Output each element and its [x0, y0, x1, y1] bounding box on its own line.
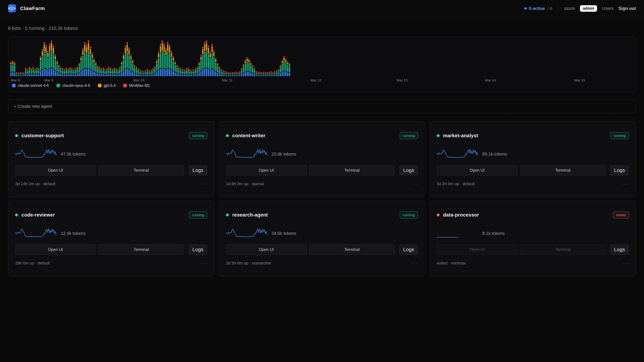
x-tick-label: Mar 15 [574, 78, 585, 82]
logs-button[interactable]: Logs [399, 244, 418, 255]
logs-button[interactable]: Logs [188, 244, 207, 255]
usage-bar [246, 57, 248, 76]
card-menu-button[interactable]: ··· [622, 261, 629, 266]
legend-item: claude-opus-4-6 [56, 83, 90, 88]
logs-button[interactable]: Logs [610, 165, 629, 175]
usage-bar [191, 70, 192, 76]
usage-bar [156, 59, 157, 76]
usage-bar [245, 59, 246, 76]
legend-item: claude-sonnet-4-6 [12, 83, 49, 88]
agent-name: code-reviewer [22, 212, 55, 218]
usage-bar [228, 72, 229, 76]
token-sparkline [226, 227, 267, 240]
usage-bar [44, 42, 45, 76]
usage-bar [12, 60, 14, 76]
usage-bar [267, 72, 268, 76]
usage-bar [142, 70, 142, 76]
logs-button[interactable]: Logs [188, 165, 207, 175]
hostname: storm [564, 6, 575, 11]
usage-bar [169, 44, 170, 76]
usage-bar [234, 72, 235, 76]
chart-legend: claude-sonnet-4-6claude-opus-4-6gpt-5.4M… [10, 83, 634, 88]
token-sparkline [437, 148, 478, 160]
agent-card-code-reviewer: code-reviewer running 12.4k tokens Open … [8, 201, 214, 277]
logs-button[interactable]: Logs [610, 244, 629, 255]
usage-bar [104, 69, 106, 76]
agent-status-dot-icon [15, 134, 18, 137]
token-usage-row: 12.4k tokens [15, 227, 207, 240]
usage-bar [224, 71, 226, 76]
agent-card-market-analyst: market-analyst running 89.1k tokens Open… [430, 121, 636, 197]
usage-bar [254, 67, 255, 76]
usage-bar [84, 42, 85, 76]
terminal-button[interactable]: Terminal [98, 244, 184, 255]
usage-bar [132, 59, 133, 76]
top-bar-right: 5 active / 6 storm admin Users Sign out [524, 5, 636, 12]
usage-bar [221, 69, 222, 76]
usage-bar [53, 45, 54, 76]
token-usage-row: 47.2k tokens [15, 148, 207, 160]
usage-bar [150, 69, 152, 76]
usage-bar [40, 56, 41, 76]
usage-bar [204, 41, 205, 76]
card-menu-button[interactable]: ··· [201, 182, 207, 186]
usage-bar [20, 72, 21, 76]
usage-bar [136, 66, 137, 76]
usage-bar [73, 69, 74, 76]
usage-bar [121, 61, 122, 76]
users-link[interactable]: Users [602, 6, 614, 11]
signout-link[interactable]: Sign out [618, 6, 636, 11]
usage-bar [239, 71, 240, 76]
usage-bar [29, 66, 30, 76]
terminal-button[interactable]: Terminal [309, 165, 395, 175]
legend-item: gpt-5.4 [98, 83, 116, 88]
usage-bar [215, 57, 216, 76]
agent-actions: Open UI Terminal Logs [437, 244, 629, 255]
active-count: 5 active [529, 6, 545, 11]
card-menu-button[interactable]: ··· [201, 261, 207, 266]
open-ui-button[interactable]: Open UI [15, 244, 96, 255]
agent-name: customer-support [22, 133, 64, 138]
open-ui-button[interactable]: Open UI [226, 244, 307, 255]
usage-bar [101, 68, 102, 76]
usage-bar [160, 43, 161, 76]
open-ui-button[interactable]: Open UI [226, 165, 307, 175]
create-agent-button[interactable]: + Create new agent [8, 99, 636, 113]
open-ui-button[interactable]: Open UI [15, 165, 96, 175]
token-count: 23.8k tokens [272, 151, 296, 157]
card-menu-button[interactable]: ··· [412, 182, 418, 186]
usage-bar [180, 68, 181, 76]
usage-bar [226, 71, 228, 76]
usage-bar [108, 66, 109, 76]
card-menu-button[interactable]: ··· [622, 182, 629, 186]
usage-bar [206, 40, 207, 76]
agent-uptime: 5d 2h 0m up · default [437, 182, 475, 186]
usage-bar [178, 66, 180, 76]
agent-name: content-writer [232, 133, 266, 138]
terminal-button[interactable]: Terminal [309, 244, 395, 255]
terminal-button[interactable]: Terminal [520, 165, 606, 175]
usage-bar [189, 69, 190, 76]
usage-bar [51, 40, 52, 76]
token-usage-row: 89.1k tokens [437, 148, 629, 160]
agent-status-badge: running [400, 211, 418, 219]
agent-card-header: market-analyst running [437, 132, 629, 139]
usage-bar [278, 69, 279, 76]
usage-stacked-bar-chart [10, 40, 634, 76]
terminal-button[interactable]: Terminal [98, 165, 184, 175]
open-ui-button[interactable]: Open UI [437, 165, 518, 175]
usage-bar [18, 72, 19, 76]
agent-uptime: exited · minimax [437, 261, 466, 266]
usage-bar [46, 44, 46, 76]
active-total: / 6 [548, 6, 552, 11]
agent-card-customer-support: customer-support running 47.2k tokens Op… [8, 121, 214, 197]
token-sparkline [15, 148, 56, 160]
agent-status-badge: running [400, 132, 418, 139]
logs-button[interactable]: Logs [399, 165, 418, 175]
usage-bar [269, 71, 270, 76]
legend-swatch-icon [123, 84, 127, 87]
active-agents-indicator: 5 active / 6 [524, 6, 552, 11]
usage-bar [154, 66, 156, 76]
card-menu-button[interactable]: ··· [412, 261, 418, 266]
usage-bar [71, 68, 72, 76]
